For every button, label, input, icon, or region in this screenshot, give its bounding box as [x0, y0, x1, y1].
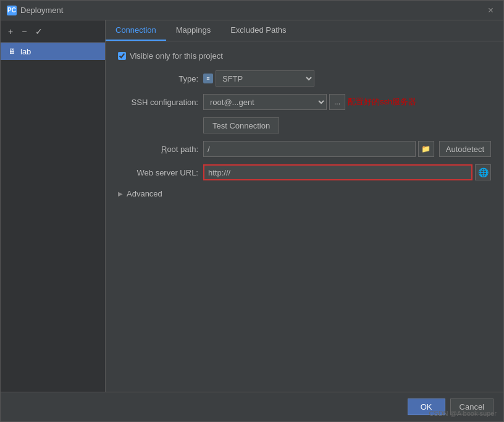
web-url-wrap: 🌐: [203, 164, 491, 180]
type-select-wrap: ≡ SFTP FTP Local or mounted folder: [203, 70, 314, 87]
tab-connection[interactable]: Connection: [106, 20, 166, 41]
confirm-button[interactable]: ✓: [33, 25, 45, 38]
dialog-footer: OK Cancel: [1, 392, 503, 421]
globe-button[interactable]: 🌐: [475, 164, 491, 180]
app-icon: PC: [7, 6, 17, 15]
web-server-url-row: Web server URL: 🌐: [118, 164, 491, 180]
ssh-select[interactable]: root@...gent: [203, 94, 327, 110]
web-server-label: Web server URL:: [118, 168, 198, 177]
dialog-title: Deployment: [20, 6, 63, 15]
expand-icon: ▶: [118, 190, 123, 197]
tab-mappings[interactable]: Mappings: [166, 20, 220, 41]
main-content: + − ✓ 🖥 lab Connection Mappings Excluded…: [1, 20, 503, 392]
ssh-config-wrap: root@...gent ... 配置好的ssh服务器: [203, 94, 416, 110]
sidebar: + − ✓ 🖥 lab: [1, 20, 106, 392]
root-path-wrap: 📁: [203, 141, 434, 157]
web-server-url-input[interactable]: [203, 164, 472, 180]
autodetect-button[interactable]: Autodetect: [439, 141, 491, 157]
visible-checkbox[interactable]: [118, 52, 126, 60]
ssh-config-row: SSH configuration: root@...gent ... 配置好的…: [118, 94, 491, 110]
type-select[interactable]: SFTP FTP Local or mounted folder: [216, 70, 314, 87]
test-connection-button[interactable]: Test Connection: [203, 117, 279, 133]
type-label: Type:: [118, 74, 198, 83]
title-bar: PC Deployment ×: [1, 1, 503, 20]
remove-button[interactable]: −: [19, 25, 29, 38]
visible-checkbox-row: Visible only for this project: [118, 51, 491, 61]
visible-label: Visible only for this project: [130, 51, 223, 61]
ssh-label: SSH configuration:: [118, 98, 198, 107]
advanced-row[interactable]: ▶ Advanced: [118, 188, 491, 200]
close-button[interactable]: ×: [484, 4, 497, 17]
root-path-row: Root path: 📁 Autodetect: [118, 141, 491, 157]
sftp-icon: ≡: [203, 74, 213, 83]
advanced-label: Advanced: [127, 189, 162, 198]
type-row: Type: ≡ SFTP FTP Local or mounted folder: [118, 70, 491, 87]
right-panel: Connection Mappings Excluded Paths Visib…: [106, 20, 503, 392]
add-button[interactable]: +: [6, 25, 15, 38]
ssh-config-dots-button[interactable]: ...: [329, 94, 345, 110]
form-area: Visible only for this project Type: ≡ SF…: [106, 41, 503, 392]
root-path-folder-button[interactable]: 📁: [418, 141, 434, 157]
watermark: CSDN @A book super: [429, 410, 497, 417]
server-icon: 🖥: [7, 46, 17, 56]
sidebar-item-lab[interactable]: 🖥 lab: [1, 43, 105, 60]
tab-excluded-paths[interactable]: Excluded Paths: [220, 20, 296, 41]
ssh-status: 配置好的ssh服务器: [348, 96, 416, 108]
root-path-label: Root path:: [118, 145, 198, 154]
sidebar-toolbar: + − ✓: [1, 20, 105, 43]
root-path-input[interactable]: [203, 141, 416, 157]
tabs: Connection Mappings Excluded Paths: [106, 20, 503, 41]
test-connection-row: Test Connection: [203, 117, 491, 133]
sidebar-item-label: lab: [20, 47, 31, 56]
